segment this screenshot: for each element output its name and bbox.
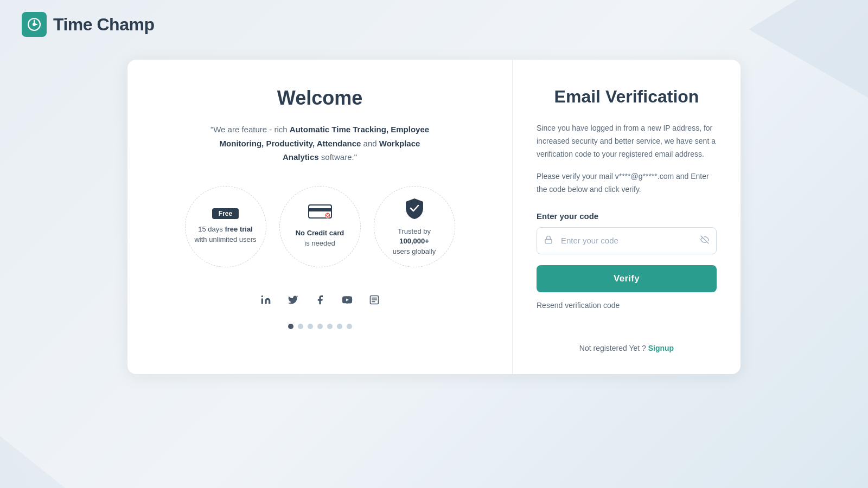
logo-text: Time Champ	[53, 15, 154, 35]
code-input[interactable]	[537, 227, 717, 254]
trusted-label: Trusted by 100,000+users globally	[383, 227, 446, 256]
linkedin-icon[interactable]	[257, 291, 275, 309]
dot-5[interactable]	[327, 324, 333, 329]
welcome-subtitle: "We are feature - rich Automatic Time Tr…	[206, 123, 434, 164]
carousel-dots	[288, 324, 352, 329]
svg-point-9	[261, 295, 263, 297]
right-panel: Email Verification Since you have logged…	[513, 60, 741, 374]
card: Welcome "We are feature - rich Automatic…	[127, 60, 741, 374]
signup-row: Not registered Yet ? Signup	[537, 322, 717, 352]
welcome-title: Welcome	[277, 87, 362, 110]
lock-icon	[544, 235, 553, 246]
left-panel: Welcome "We are feature - rich Automatic…	[127, 60, 513, 374]
dot-6[interactable]	[337, 324, 342, 329]
social-icons	[257, 291, 383, 309]
feature-trusted: Trusted by 100,000+users globally	[374, 186, 455, 267]
logo-icon	[22, 12, 47, 37]
features-row: Free 15 days free trialwith unlimited us…	[185, 186, 455, 267]
twitter-icon[interactable]	[284, 291, 302, 309]
facebook-icon[interactable]	[311, 291, 329, 309]
not-registered-text: Not registered Yet ?	[579, 344, 646, 352]
youtube-icon[interactable]	[339, 291, 356, 309]
verify-button[interactable]: Verify	[537, 265, 717, 292]
dot-7[interactable]	[347, 324, 352, 329]
feature-no-credit: No Credit cardis needed	[279, 186, 361, 267]
free-badge: Free	[212, 208, 239, 219]
email-verification-title: Email Verification	[537, 87, 717, 107]
code-label: Enter your code	[537, 211, 717, 221]
info-text-2: Please verify your mail v****@g*****.com…	[537, 170, 717, 196]
resend-link[interactable]: Resend verification code	[537, 301, 717, 310]
signup-link[interactable]: Signup	[648, 344, 674, 352]
credit-card-icon	[308, 204, 332, 224]
code-input-wrap	[537, 227, 717, 254]
dot-3[interactable]	[308, 324, 313, 329]
svg-rect-5	[309, 208, 331, 211]
info-text-1: Since you have logged in from a new IP a…	[537, 122, 717, 160]
svg-rect-11	[545, 239, 552, 243]
eye-off-icon[interactable]	[700, 235, 709, 246]
blog-icon[interactable]	[366, 291, 383, 309]
header: Time Champ	[0, 0, 868, 49]
dot-4[interactable]	[317, 324, 323, 329]
dot-1[interactable]	[288, 324, 293, 329]
main-container: Welcome "We are feature - rich Automatic…	[0, 49, 868, 385]
free-label: 15 days free trialwith unlimited users	[194, 224, 256, 244]
shield-icon	[403, 196, 426, 222]
no-credit-label: No Credit cardis needed	[296, 228, 344, 248]
feature-free: Free 15 days free trialwith unlimited us…	[185, 186, 266, 267]
bg-decoration-bl	[0, 401, 108, 488]
dot-2[interactable]	[298, 324, 303, 329]
